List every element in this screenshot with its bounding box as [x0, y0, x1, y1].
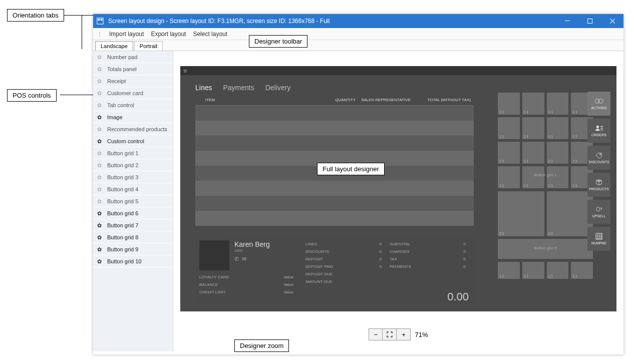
grid-button[interactable]: 1:1 — [547, 142, 569, 164]
svg-rect-4 — [587, 19, 592, 24]
grid-button[interactable]: 1:1 — [498, 262, 520, 279]
side-orders-button[interactable]: ORDERS — [587, 119, 610, 143]
close-button[interactable] — [601, 14, 623, 28]
gear-icon — [97, 150, 103, 156]
list-item[interactable]: Number pad — [93, 51, 173, 63]
gear-icon — [97, 114, 103, 120]
grid-button[interactable]: 1:1 — [522, 166, 544, 188]
list-item[interactable]: Image — [93, 111, 173, 123]
list-item[interactable]: Receipt — [93, 75, 173, 87]
minimize-button[interactable] — [556, 14, 578, 28]
list-item[interactable]: Customer card — [93, 87, 173, 99]
list-item[interactable]: Button grid 10 — [93, 255, 173, 267]
grid-button[interactable]: 1:1 — [498, 117, 520, 139]
actions-icon — [594, 98, 603, 105]
col-item: ITEM — [195, 96, 315, 105]
toolbar-grip-icon: ⋮ — [97, 31, 102, 37]
list-item[interactable]: Recommended products — [93, 123, 173, 135]
pos-controls-list: Number pad Totals panel Receipt Customer… — [93, 51, 173, 351]
zoom-out-button[interactable]: − — [369, 328, 383, 340]
list-item[interactable]: Button grid 6 — [93, 207, 173, 219]
list-item[interactable]: Totals panel — [93, 63, 173, 75]
table-row[interactable] — [195, 181, 474, 196]
gear-icon — [97, 90, 103, 96]
list-item[interactable]: Tab control — [93, 99, 173, 111]
tab-payments[interactable]: Payments — [223, 84, 254, 92]
app-icon — [96, 17, 104, 25]
side-numpad-button[interactable]: NUMPAD — [587, 227, 610, 251]
table-row[interactable] — [195, 106, 474, 121]
grid-button[interactable]: 1:1 — [522, 117, 544, 139]
list-item[interactable]: Button grid 4 — [93, 183, 173, 195]
svg-rect-3 — [565, 21, 570, 21]
list-item[interactable]: Button grid 5 — [93, 195, 173, 207]
titlebar-text: Screen layout design - Screen layout ID:… — [108, 18, 330, 25]
table-row[interactable] — [195, 211, 474, 226]
list-item[interactable]: Button grid 7 — [93, 219, 173, 231]
gear-icon — [97, 78, 103, 84]
orders-icon — [594, 125, 603, 132]
grid-button[interactable]: 1:1 — [498, 93, 520, 115]
zoom-in-button[interactable]: + — [397, 328, 411, 340]
upsell-icon — [594, 206, 603, 213]
grid-button[interactable]: 1:1 — [547, 262, 569, 279]
list-item[interactable]: Button grid 8 — [93, 231, 173, 243]
customer-card[interactable]: Karen Berg 2001 ✆ ✉ LOYALTY CARDValue — [195, 236, 297, 306]
grid-button[interactable]: 2:2 — [547, 191, 593, 236]
gear-icon — [97, 126, 103, 132]
grid-button[interactable]: 1:1 — [498, 142, 520, 164]
side-products-button[interactable]: PRODUCTS — [587, 173, 610, 197]
select-layout-button[interactable]: Select layout — [193, 31, 227, 38]
list-item[interactable]: Button grid 3 — [93, 171, 173, 183]
side-upsell-button[interactable]: UPSELL — [587, 200, 610, 224]
gear-icon — [97, 186, 103, 192]
mail-icon[interactable]: ✉ — [242, 256, 246, 262]
gear-icon — [97, 138, 103, 144]
hamburger-icon[interactable]: ≡ — [183, 67, 187, 75]
gear-icon — [97, 222, 103, 228]
side-actions-button[interactable]: ACTIONS — [587, 92, 610, 116]
grid-button[interactable]: 1:1 — [522, 262, 544, 279]
gear-icon — [97, 234, 103, 240]
callout-pos-controls: POS controls — [7, 89, 57, 102]
tab-portrait[interactable]: Portrait — [134, 41, 163, 51]
callout-orientation-tabs: Orientation tabs — [7, 9, 64, 22]
export-layout-button[interactable]: Export layout — [151, 31, 186, 38]
grid-button[interactable]: Button grid 5 — [498, 239, 593, 259]
grand-total: 0.00 — [447, 290, 469, 303]
gear-icon — [97, 102, 103, 108]
grid-button[interactable]: 2:2 — [498, 191, 544, 236]
phone-icon[interactable]: ✆ — [234, 256, 239, 262]
app-window: Screen layout design - Screen layout ID:… — [93, 14, 623, 354]
grid-button[interactable]: 1:1 — [547, 117, 569, 139]
lines-table: ITEM QUANTITY SALES REPRESENTATIVE TOTAL… — [195, 96, 474, 226]
tab-lines[interactable]: Lines — [195, 84, 212, 92]
table-row[interactable] — [195, 121, 474, 136]
tab-landscape[interactable]: Landscape — [95, 41, 133, 51]
grid-button[interactable]: 1:1 — [522, 93, 544, 115]
zoom-fit-button[interactable] — [383, 328, 397, 340]
list-item[interactable]: Custom control — [93, 135, 173, 147]
tab-delivery[interactable]: Delivery — [265, 84, 291, 92]
grid-button[interactable]: 1:1 — [547, 93, 569, 115]
list-item[interactable]: Button grid 9 — [93, 243, 173, 255]
orientation-tabs: Landscape Portrait — [93, 40, 623, 51]
list-item[interactable]: Button grid 2 — [93, 159, 173, 171]
grid-button[interactable]: 1:1 — [547, 166, 569, 188]
svg-point-8 — [599, 154, 601, 155]
table-row[interactable] — [195, 196, 474, 211]
grid-button[interactable]: 1:1 — [498, 166, 520, 188]
list-item[interactable]: Button grid 1 — [93, 147, 173, 159]
side-discounts-button[interactable]: DISCOUNTS — [587, 146, 610, 170]
products-icon — [594, 179, 603, 186]
table-row[interactable] — [195, 136, 474, 151]
pos-topbar: ≡ — [180, 66, 616, 75]
callout-designer-zoom: Designer zoom — [234, 339, 289, 352]
designer-canvas[interactable]: ≡ Lines Payments Delivery ITEM QUANTITY … — [180, 66, 616, 311]
gear-icon — [97, 246, 103, 252]
import-layout-button[interactable]: Import layout — [109, 31, 144, 38]
grid-button[interactable]: 1:1 — [571, 262, 593, 279]
grid-button[interactable]: 1:1 — [522, 142, 544, 164]
maximize-button[interactable] — [578, 14, 601, 28]
numpad-icon — [595, 233, 603, 240]
